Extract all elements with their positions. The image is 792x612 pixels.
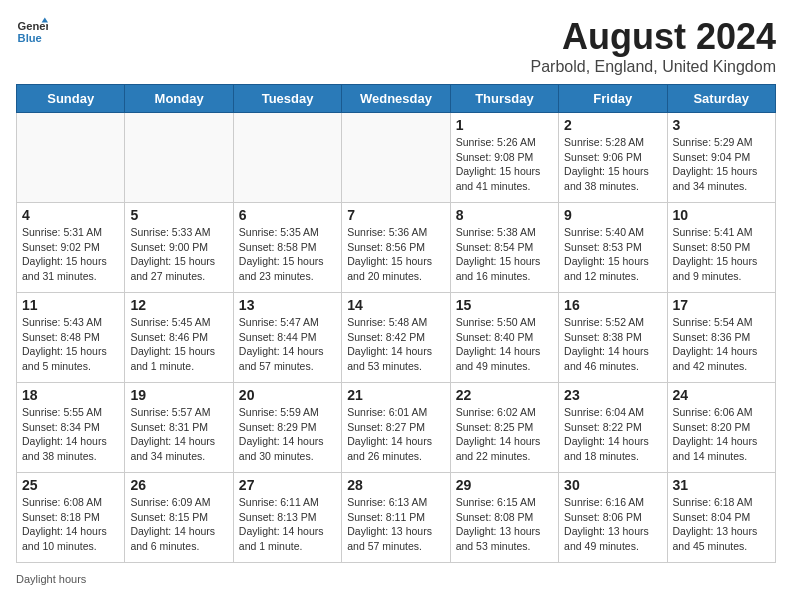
cell-info: Sunrise: 6:04 AM Sunset: 8:22 PM Dayligh… — [564, 405, 661, 464]
cell-info: Sunrise: 5:41 AM Sunset: 8:50 PM Dayligh… — [673, 225, 770, 284]
week-row-3: 11Sunrise: 5:43 AM Sunset: 8:48 PM Dayli… — [17, 293, 776, 383]
calendar-cell: 5Sunrise: 5:33 AM Sunset: 9:00 PM Daylig… — [125, 203, 233, 293]
date-number: 15 — [456, 297, 553, 313]
calendar-cell: 15Sunrise: 5:50 AM Sunset: 8:40 PM Dayli… — [450, 293, 558, 383]
cell-info: Sunrise: 6:16 AM Sunset: 8:06 PM Dayligh… — [564, 495, 661, 554]
day-header-monday: Monday — [125, 85, 233, 113]
calendar-cell: 21Sunrise: 6:01 AM Sunset: 8:27 PM Dayli… — [342, 383, 450, 473]
date-number: 20 — [239, 387, 336, 403]
day-header-wednesday: Wednesday — [342, 85, 450, 113]
cell-info: Sunrise: 5:55 AM Sunset: 8:34 PM Dayligh… — [22, 405, 119, 464]
cell-info: Sunrise: 6:02 AM Sunset: 8:25 PM Dayligh… — [456, 405, 553, 464]
calendar-cell: 17Sunrise: 5:54 AM Sunset: 8:36 PM Dayli… — [667, 293, 775, 383]
date-number: 8 — [456, 207, 553, 223]
calendar-cell — [342, 113, 450, 203]
date-number: 21 — [347, 387, 444, 403]
cell-info: Sunrise: 5:40 AM Sunset: 8:53 PM Dayligh… — [564, 225, 661, 284]
calendar-cell: 26Sunrise: 6:09 AM Sunset: 8:15 PM Dayli… — [125, 473, 233, 563]
date-number: 29 — [456, 477, 553, 493]
calendar-cell: 25Sunrise: 6:08 AM Sunset: 8:18 PM Dayli… — [17, 473, 125, 563]
page-header: General Blue August 2024 Parbold, Englan… — [16, 16, 776, 76]
cell-info: Sunrise: 6:09 AM Sunset: 8:15 PM Dayligh… — [130, 495, 227, 554]
date-number: 31 — [673, 477, 770, 493]
cell-info: Sunrise: 5:52 AM Sunset: 8:38 PM Dayligh… — [564, 315, 661, 374]
cell-info: Sunrise: 6:11 AM Sunset: 8:13 PM Dayligh… — [239, 495, 336, 554]
cell-info: Sunrise: 6:06 AM Sunset: 8:20 PM Dayligh… — [673, 405, 770, 464]
date-number: 13 — [239, 297, 336, 313]
cell-info: Sunrise: 5:29 AM Sunset: 9:04 PM Dayligh… — [673, 135, 770, 194]
calendar-cell: 31Sunrise: 6:18 AM Sunset: 8:04 PM Dayli… — [667, 473, 775, 563]
week-row-5: 25Sunrise: 6:08 AM Sunset: 8:18 PM Dayli… — [17, 473, 776, 563]
cell-info: Sunrise: 5:45 AM Sunset: 8:46 PM Dayligh… — [130, 315, 227, 374]
cell-info: Sunrise: 5:33 AM Sunset: 9:00 PM Dayligh… — [130, 225, 227, 284]
date-number: 7 — [347, 207, 444, 223]
cell-info: Sunrise: 6:18 AM Sunset: 8:04 PM Dayligh… — [673, 495, 770, 554]
cell-info: Sunrise: 5:50 AM Sunset: 8:40 PM Dayligh… — [456, 315, 553, 374]
calendar-cell: 7Sunrise: 5:36 AM Sunset: 8:56 PM Daylig… — [342, 203, 450, 293]
cell-info: Sunrise: 5:54 AM Sunset: 8:36 PM Dayligh… — [673, 315, 770, 374]
subtitle: Parbold, England, United Kingdom — [531, 58, 777, 76]
calendar-cell: 29Sunrise: 6:15 AM Sunset: 8:08 PM Dayli… — [450, 473, 558, 563]
day-header-friday: Friday — [559, 85, 667, 113]
day-header-row: SundayMondayTuesdayWednesdayThursdayFrid… — [17, 85, 776, 113]
cell-info: Sunrise: 6:08 AM Sunset: 8:18 PM Dayligh… — [22, 495, 119, 554]
cell-info: Sunrise: 5:57 AM Sunset: 8:31 PM Dayligh… — [130, 405, 227, 464]
calendar-cell — [125, 113, 233, 203]
title-section: August 2024 Parbold, England, United Kin… — [531, 16, 777, 76]
date-number: 5 — [130, 207, 227, 223]
date-number: 12 — [130, 297, 227, 313]
cell-info: Sunrise: 5:35 AM Sunset: 8:58 PM Dayligh… — [239, 225, 336, 284]
cell-info: Sunrise: 5:59 AM Sunset: 8:29 PM Dayligh… — [239, 405, 336, 464]
date-number: 11 — [22, 297, 119, 313]
calendar-cell: 16Sunrise: 5:52 AM Sunset: 8:38 PM Dayli… — [559, 293, 667, 383]
date-number: 28 — [347, 477, 444, 493]
cell-info: Sunrise: 5:26 AM Sunset: 9:08 PM Dayligh… — [456, 135, 553, 194]
week-row-4: 18Sunrise: 5:55 AM Sunset: 8:34 PM Dayli… — [17, 383, 776, 473]
cell-info: Sunrise: 5:38 AM Sunset: 8:54 PM Dayligh… — [456, 225, 553, 284]
calendar-cell: 6Sunrise: 5:35 AM Sunset: 8:58 PM Daylig… — [233, 203, 341, 293]
calendar-cell: 9Sunrise: 5:40 AM Sunset: 8:53 PM Daylig… — [559, 203, 667, 293]
calendar-cell: 14Sunrise: 5:48 AM Sunset: 8:42 PM Dayli… — [342, 293, 450, 383]
date-number: 1 — [456, 117, 553, 133]
calendar-cell — [233, 113, 341, 203]
date-number: 19 — [130, 387, 227, 403]
week-row-1: 1Sunrise: 5:26 AM Sunset: 9:08 PM Daylig… — [17, 113, 776, 203]
date-number: 22 — [456, 387, 553, 403]
calendar-cell: 28Sunrise: 6:13 AM Sunset: 8:11 PM Dayli… — [342, 473, 450, 563]
calendar-cell: 13Sunrise: 5:47 AM Sunset: 8:44 PM Dayli… — [233, 293, 341, 383]
calendar-table: SundayMondayTuesdayWednesdayThursdayFrid… — [16, 84, 776, 563]
cell-info: Sunrise: 5:36 AM Sunset: 8:56 PM Dayligh… — [347, 225, 444, 284]
day-header-saturday: Saturday — [667, 85, 775, 113]
daylight-label: Daylight hours — [16, 573, 86, 585]
calendar-cell: 2Sunrise: 5:28 AM Sunset: 9:06 PM Daylig… — [559, 113, 667, 203]
day-header-thursday: Thursday — [450, 85, 558, 113]
date-number: 18 — [22, 387, 119, 403]
date-number: 26 — [130, 477, 227, 493]
day-header-tuesday: Tuesday — [233, 85, 341, 113]
date-number: 23 — [564, 387, 661, 403]
calendar-cell: 8Sunrise: 5:38 AM Sunset: 8:54 PM Daylig… — [450, 203, 558, 293]
date-number: 27 — [239, 477, 336, 493]
calendar-cell: 24Sunrise: 6:06 AM Sunset: 8:20 PM Dayli… — [667, 383, 775, 473]
date-number: 25 — [22, 477, 119, 493]
cell-info: Sunrise: 5:43 AM Sunset: 8:48 PM Dayligh… — [22, 315, 119, 374]
date-number: 3 — [673, 117, 770, 133]
calendar-cell: 11Sunrise: 5:43 AM Sunset: 8:48 PM Dayli… — [17, 293, 125, 383]
cell-info: Sunrise: 6:15 AM Sunset: 8:08 PM Dayligh… — [456, 495, 553, 554]
week-row-2: 4Sunrise: 5:31 AM Sunset: 9:02 PM Daylig… — [17, 203, 776, 293]
calendar-cell: 19Sunrise: 5:57 AM Sunset: 8:31 PM Dayli… — [125, 383, 233, 473]
svg-text:Blue: Blue — [18, 32, 42, 44]
calendar-cell: 30Sunrise: 6:16 AM Sunset: 8:06 PM Dayli… — [559, 473, 667, 563]
date-number: 16 — [564, 297, 661, 313]
calendar-cell — [17, 113, 125, 203]
cell-info: Sunrise: 5:48 AM Sunset: 8:42 PM Dayligh… — [347, 315, 444, 374]
calendar-cell: 18Sunrise: 5:55 AM Sunset: 8:34 PM Dayli… — [17, 383, 125, 473]
date-number: 4 — [22, 207, 119, 223]
cell-info: Sunrise: 5:47 AM Sunset: 8:44 PM Dayligh… — [239, 315, 336, 374]
calendar-cell: 12Sunrise: 5:45 AM Sunset: 8:46 PM Dayli… — [125, 293, 233, 383]
footer: Daylight hours — [16, 573, 776, 585]
cell-info: Sunrise: 5:31 AM Sunset: 9:02 PM Dayligh… — [22, 225, 119, 284]
date-number: 24 — [673, 387, 770, 403]
date-number: 6 — [239, 207, 336, 223]
cell-info: Sunrise: 6:13 AM Sunset: 8:11 PM Dayligh… — [347, 495, 444, 554]
